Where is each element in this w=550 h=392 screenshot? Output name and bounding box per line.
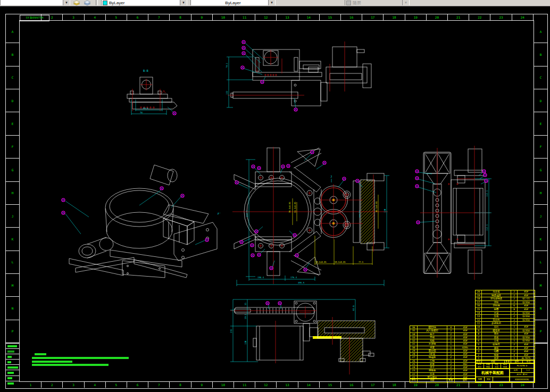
ruler-cell: F: [534, 136, 547, 159]
dim: 245: [230, 329, 232, 333]
chevron-down-icon[interactable]: ▼: [63, 0, 70, 5]
layer-dropdown[interactable]: ▼: [0, 0, 70, 5]
ruler-cell: 12: [255, 14, 277, 20]
dim: 78: [140, 111, 143, 114]
view-top-elevation[interactable]: 79.5 152: [223, 32, 379, 117]
view-direction-label: F′: [218, 212, 221, 215]
ruler-cell: 9: [191, 382, 213, 388]
lineweight-dropdown[interactable]: 随层 ▼: [345, 0, 410, 5]
zone-label: SY-0899754: [20, 15, 49, 21]
ruler-cell: 18: [384, 14, 405, 20]
color-swatch: [103, 1, 107, 5]
ruler-cell: 11: [234, 14, 255, 20]
ruler-cell: D: [534, 89, 547, 112]
dim: 59.5±0.05: [315, 261, 327, 263]
bom-row: 15垫圈845#: [476, 308, 535, 312]
bom-row: 19轴承端盖245#: [476, 294, 535, 298]
bom-row: 13压板2Q235A: [476, 315, 535, 319]
dim: 176.4: [290, 276, 297, 279]
dim: 51.5±0.05: [294, 202, 296, 213]
bom-row: 12导向轮2Q235A: [476, 319, 535, 322]
ruler-cell: C: [534, 66, 547, 89]
section-label: B-B: [143, 69, 149, 72]
ruler-cell: N: [534, 297, 547, 320]
view-bottom-section[interactable]: 245 35 59.5 150 63.8: [226, 291, 380, 375]
bom-row: 11步进电机2: [476, 322, 535, 326]
ruler-cell: C: [6, 66, 19, 89]
color-dropdown[interactable]: ByLayer ▼: [101, 0, 187, 5]
ruler-cell: F: [6, 136, 19, 159]
ruler-cell: 24: [512, 14, 534, 20]
tech-requirements-line: [32, 361, 72, 363]
ruler-cell: 11: [234, 382, 255, 388]
ruler-cell: K: [534, 228, 547, 251]
bom-row: 3挡圈245#: [476, 350, 535, 354]
dim: 90.5±0.05: [375, 201, 378, 212]
ruler-cell: E: [6, 112, 19, 135]
ruler-top: 123456789101112131415161718192021222324: [20, 14, 534, 20]
bom-row: 4侧板245#: [476, 347, 535, 351]
ruler-cell: 22: [469, 14, 490, 20]
ruler-cell: 14: [298, 14, 320, 20]
balloon-leaders: [238, 153, 363, 269]
ruler-cell: 4: [85, 382, 106, 388]
bom-row: 5联轴器245#: [476, 343, 535, 347]
drafter-label: 制图: [476, 377, 485, 382]
tech-requirements-line: [32, 364, 109, 366]
ruler-cell: 4: [85, 14, 106, 20]
ruler-cell: 9: [191, 14, 213, 20]
dim: 59.5: [244, 314, 247, 319]
ruler-cell: A: [6, 20, 19, 43]
dim: 150: [244, 340, 247, 345]
hatched-foot: [340, 338, 363, 362]
dim: 76.5±0.05: [288, 202, 291, 213]
bom-row: 6立板1Q235A: [476, 339, 535, 343]
dim: 98.6: [143, 107, 148, 110]
bom-row: 10丝杠145#: [476, 326, 535, 329]
dim: 112.5: [486, 224, 488, 231]
ruler-cell: M: [6, 274, 19, 297]
view-right-side[interactable]: 112.5 112.5: [405, 144, 495, 282]
ruler-cell: 16: [341, 14, 362, 20]
fastener-marks: [264, 74, 277, 76]
frame-right-lower: [534, 343, 547, 382]
toolbar-separator: [96, 0, 98, 5]
dim: 63.8: [352, 305, 355, 311]
ruler-cell: J: [534, 205, 547, 228]
lineweight-swatch: [346, 1, 351, 5]
bom-row: 18深沟球轴承2GCr15: [476, 297, 535, 301]
view-front-main[interactable]: 254.4 158.4 176.4 455.5 130 76.5±0.05 51…: [230, 143, 390, 293]
ruler-cell: 8: [170, 382, 191, 388]
layers-icon[interactable]: [72, 0, 81, 5]
ruler-right: ABCDEFGHJKLMNP: [534, 20, 547, 343]
chevron-down-icon[interactable]: ▼: [180, 0, 187, 5]
bom-table-left: 36螺钉M4445# 35内六角螺钉245# 34垫片245# 33平键245#…: [410, 326, 476, 379]
ruler-cell: 16: [341, 382, 362, 388]
view-detail-bb[interactable]: B-B 98.6 78: [120, 66, 184, 117]
ruler-cell: E: [534, 112, 547, 135]
ruler-cell: 3: [63, 382, 84, 388]
tech-requirements-line: [32, 357, 129, 359]
bom-row: 7底板1Q235A: [476, 336, 535, 340]
ruler-cell: 12: [255, 382, 277, 388]
bom-row: 9螺母座1Q235A: [476, 329, 535, 333]
bom-left-header: 序号名称数量材料: [410, 378, 476, 383]
frame-mini-table: [6, 343, 19, 382]
ruler-cell: 20: [427, 14, 448, 20]
roughness-symbol: [162, 90, 165, 93]
ruler-cell: 10: [213, 14, 234, 20]
ruler-cell: D: [6, 89, 19, 112]
color-value: ByLayer: [109, 1, 124, 5]
ruler-cell: K: [6, 228, 19, 251]
chevron-down-icon[interactable]: ▼: [268, 0, 275, 5]
linetype-dropdown[interactable]: ByLayer ▼: [190, 0, 276, 5]
ruler-cell: 19: [405, 14, 427, 20]
dim: 158.4: [257, 276, 264, 279]
ruler-cell: 21: [448, 14, 469, 20]
bom-header-cell: 名称: [418, 379, 447, 382]
layer-states-icon[interactable]: [83, 0, 91, 5]
ruler-cell: 18: [384, 382, 405, 388]
view-isometric[interactable]: F′: [60, 154, 226, 278]
ruler-cell: 17: [362, 382, 384, 388]
linetype-value: ByLayer: [225, 1, 240, 5]
